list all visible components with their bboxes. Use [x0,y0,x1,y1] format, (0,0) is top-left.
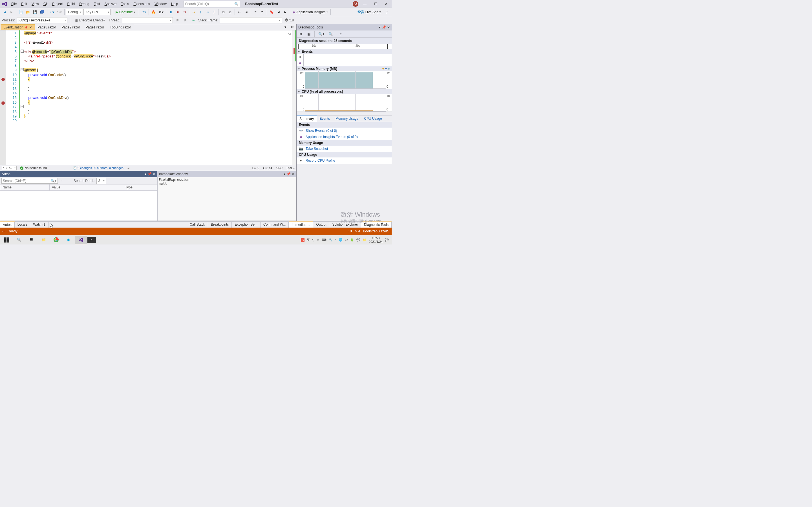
flag-filter2-icon[interactable]: ⚑ [183,17,189,23]
diag-time-ruler[interactable]: 10s 20s [297,44,392,49]
app-insights-button[interactable]: ◆ Application Insights ▾ [292,9,329,15]
stackframe-combo[interactable] [220,17,282,23]
btab-callstack[interactable]: Call Stack [187,222,208,228]
lifecycle-events-button[interactable]: ▦Lifecycle Events ▾ [73,17,107,23]
save-button[interactable]: 💾 [32,9,38,15]
feedback-icon[interactable]: ⤴ [384,9,390,15]
toolbar-overflow-icon[interactable]: �718 [284,17,295,23]
taskbar-terminal-icon[interactable]: >_ [87,237,96,243]
tab-event1[interactable]: Event1.razor 📌 ✕ [1,24,35,30]
user-avatar[interactable]: AZ [353,1,358,7]
suggestions-button[interactable]: ⧉ [287,31,292,36]
taskbar-explorer-icon[interactable]: 📁 [38,236,50,244]
taskbar-chrome-icon[interactable] [50,236,62,244]
new-item-button[interactable]: 📄 [18,9,24,15]
menu-window[interactable]: Window [152,1,169,7]
close-button[interactable]: ✕ [382,1,391,7]
fold-toggle[interactable]: − [20,50,24,53]
redo-button[interactable]: ↷▾ [56,9,63,15]
tray-battery-icon[interactable]: 🔋 [350,238,354,242]
tab-page2[interactable]: Page2.razor [59,24,83,30]
changes-indicator[interactable]: 🕓 0 changes | 0 authors, 0 changes [73,166,123,170]
undo-button[interactable]: ↶▾ [49,9,56,15]
git-repo-label[interactable]: BootstrapBlazorS [363,229,389,233]
pause-button[interactable]: ⏸ [168,9,174,15]
diag-title-bar[interactable]: Diagnostic Tools ▾📌✕ [297,24,392,31]
thread-combo[interactable] [122,17,173,23]
thread-toggle-icon[interactable]: ∿ [190,17,197,23]
uncomment-icon[interactable]: ≢ [259,9,265,15]
autos-title-bar[interactable]: Autos ▾📌✕ [0,171,157,177]
diag-tab-events[interactable]: Events [317,115,333,122]
btab-solution-explorer[interactable]: Solution Explorer [329,222,361,228]
ai-events-link[interactable]: ◆Application Insights Events (0 of 0) [297,134,392,140]
panel-dropdown-icon[interactable]: ▾ [379,25,380,29]
zoom-in-icon[interactable]: 🔍+ [317,31,326,37]
code-editor[interactable]: 1234567891011121314151617181920 − − − @p… [0,31,296,165]
btab-locals[interactable]: Locals [15,222,31,228]
restart-button[interactable]: ⟲ [181,9,188,15]
tab-dropdown-icon[interactable]: ▾ [282,24,289,30]
events-timeline[interactable] [303,54,392,66]
bookmark-next-icon[interactable]: ► [282,9,289,15]
panel-dropdown-icon[interactable]: ▾ [284,172,285,176]
pin-icon[interactable]: 📌 [24,26,28,29]
tray-sogou-icon[interactable]: S [301,238,305,242]
btab-output[interactable]: Output [313,222,329,228]
taskbar-search-icon[interactable]: 🔍 [13,236,25,244]
btab-diagnostic-tools[interactable]: Diagnostic Tools [361,221,392,228]
configuration-combo[interactable]: Debug [66,9,83,15]
take-snapshot-link[interactable]: 📷Take Snapshot [297,146,392,152]
menu-extensions[interactable]: Extensions [131,1,152,7]
tray-chevron-icon[interactable]: ^ [335,238,336,242]
open-button[interactable]: 📂 [25,9,31,15]
col-type[interactable]: Type [123,184,157,190]
platform-combo[interactable]: Any CPU [84,9,110,15]
tray-ime-icon[interactable]: 英 [307,238,310,242]
autos-search-input[interactable]: Search (Ctrl+E) 🔍▾ [1,178,58,184]
close-icon[interactable]: ✕ [29,25,32,29]
tray-edge-icon[interactable]: 🌐 [339,238,343,242]
diag-settings-icon[interactable]: ⚙ [298,31,304,37]
tray-security-icon[interactable]: 🛡 [345,238,348,242]
live-share-button[interactable]: �赏 Live Share [356,9,383,15]
line-ending-mode[interactable]: CRLF [287,166,295,170]
browser-refresh-button[interactable]: ⟳▾ [140,9,147,15]
overview-ruler[interactable] [292,31,296,165]
search-back-icon[interactable]: ← [59,178,65,184]
code-area[interactable]: @page "/event1"<h3>Event1</h3><div @oncl… [24,31,296,165]
git-publish-icon[interactable]: ↑ 0 [347,229,352,233]
outdent-icon[interactable]: ⇤ [236,9,243,15]
tray-folder-icon[interactable]: 📁 [363,238,366,242]
show-events-link[interactable]: 👓Show Events (0 of 0) [297,128,392,134]
taskbar-taskview-icon[interactable]: ☰ [26,236,37,244]
flag-filter-icon[interactable]: ⚑ [174,17,181,23]
stop-button[interactable]: ■ [174,9,181,15]
panel-pin-icon[interactable]: 📌 [287,172,291,176]
immediate-text[interactable]: FieldExpression null [158,177,296,221]
bookmark-prev-icon[interactable]: ◄ [275,9,282,15]
tab-page1[interactable]: Page1.razor [83,24,107,30]
continue-button[interactable]: ▶ Continue ▾ [114,9,137,15]
browser-link-icon[interactable]: 🖥▾ [157,9,165,15]
step-into-button[interactable]: ⤵ [197,9,204,15]
tray-speech-icon[interactable]: 💬 [356,238,360,242]
tray-keyboard-icon[interactable]: ⌨ [322,238,326,242]
minimize-button[interactable]: — [361,1,369,7]
zoom-combo[interactable]: 100 % [2,166,17,170]
col-value[interactable]: Value [50,184,123,190]
zoom-out-icon[interactable]: 🔍− [327,31,336,37]
taskbar-app-icon[interactable]: ◉ [63,236,74,244]
nav-fwd-button[interactable]: ► [8,9,15,15]
tray-notifications-icon[interactable]: 💬 [385,238,389,242]
indent-icon[interactable]: ⇥ [243,9,249,15]
btab-command[interactable]: Command W... [260,222,289,228]
menu-build[interactable]: Build [65,1,77,7]
btab-watch1[interactable]: Watch 1 [30,222,49,228]
tray-wrench-icon[interactable]: 🔧 [329,238,333,242]
step-over-button[interactable]: ⤼ [204,9,210,15]
intellitrace-icon[interactable]: ⧉ [220,9,226,15]
panel-close-icon[interactable]: ✕ [292,172,295,176]
fold-gutter[interactable]: − − − [20,31,24,165]
diag-tab-memory[interactable]: Memory Usage [333,115,361,122]
